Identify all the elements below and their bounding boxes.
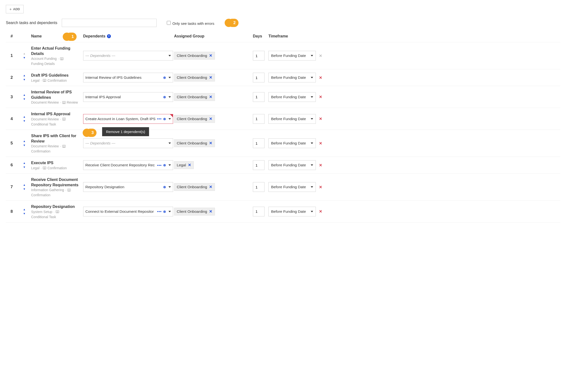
- days-input[interactable]: [253, 51, 264, 61]
- days-input[interactable]: [253, 114, 264, 124]
- clear-dependents-icon[interactable]: ⊗: [163, 76, 166, 80]
- row-number: 5: [6, 141, 17, 146]
- move-up-icon[interactable]: ▲: [23, 140, 26, 142]
- timeframe-select[interactable]: Before Funding Date: [268, 207, 316, 216]
- delete-row-icon[interactable]: ✕: [317, 54, 324, 58]
- delete-row-icon[interactable]: ✕: [317, 185, 324, 189]
- timeframe-value: Before Funding Date: [271, 185, 306, 189]
- dependents-select[interactable]: Internal Review of IPS Guidelines⊗: [83, 73, 173, 83]
- delete-row-icon[interactable]: ✕: [317, 116, 324, 121]
- dependents-select[interactable]: Repository Designation⊗: [83, 182, 173, 192]
- move-up-icon[interactable]: ▲: [23, 162, 26, 164]
- move-down-icon[interactable]: ▼: [23, 212, 26, 215]
- dependents-select[interactable]: Create Account in Loan System, Draft IPS…: [83, 114, 173, 124]
- timeframe-select[interactable]: Before Funding Date: [268, 138, 316, 148]
- delete-row-icon[interactable]: ✕: [317, 141, 324, 146]
- delete-row-icon[interactable]: ✕: [317, 209, 324, 214]
- dependents-select[interactable]: --- Dependents ---: [83, 51, 173, 61]
- remove-group-icon[interactable]: ✕: [209, 54, 212, 58]
- delete-row-icon[interactable]: ✕: [317, 75, 324, 80]
- timeframe-select[interactable]: Before Funding Date: [268, 114, 316, 124]
- dependents-select[interactable]: --- Dependents ---: [83, 138, 173, 148]
- remove-group-icon[interactable]: ✕: [209, 117, 212, 121]
- chevron-down-icon: [311, 164, 313, 166]
- delete-row-icon[interactable]: ✕: [317, 95, 324, 99]
- days-input[interactable]: [253, 182, 264, 192]
- clear-dependents-icon[interactable]: ⊗: [163, 163, 166, 167]
- move-down-icon[interactable]: ▼: [23, 166, 26, 168]
- col-num: #: [6, 34, 17, 39]
- chevron-down-icon: [311, 186, 313, 188]
- chevron-down-icon: [311, 142, 313, 144]
- help-icon[interactable]: ?: [107, 34, 111, 38]
- move-up-icon[interactable]: ▲: [23, 208, 26, 211]
- remove-group-icon[interactable]: ✕: [209, 95, 212, 99]
- dependents-select[interactable]: Receive Client Document Repository Rec••…: [83, 160, 173, 170]
- timeframe-value: Before Funding Date: [271, 75, 306, 80]
- clear-dependents-icon[interactable]: ⊗: [163, 185, 166, 189]
- move-down-icon[interactable]: ▼: [23, 144, 26, 147]
- task-title: Execute IPS: [31, 160, 82, 166]
- assigned-group-tag[interactable]: Client Onboarding✕: [174, 93, 215, 101]
- row-number: 7: [6, 184, 17, 189]
- timeframe-select[interactable]: Before Funding Date: [268, 182, 316, 192]
- days-input[interactable]: [253, 160, 264, 170]
- assigned-group-label: Client Onboarding: [177, 117, 207, 121]
- move-down-icon[interactable]: ▼: [23, 120, 26, 122]
- assigned-group-tag[interactable]: Client Onboarding✕: [174, 208, 215, 215]
- move-down-icon[interactable]: ▼: [23, 98, 26, 100]
- row-number: 3: [6, 95, 17, 99]
- move-up-icon[interactable]: ▲: [23, 115, 26, 118]
- clear-dependents-icon[interactable]: ⊗: [163, 210, 166, 213]
- errors-only-filter[interactable]: Only see tasks with errors 2: [166, 20, 214, 26]
- delete-row-icon[interactable]: ✕: [317, 163, 324, 168]
- clear-dependents-icon[interactable]: ⊗: [163, 95, 166, 99]
- task-title: Repository Designation: [31, 204, 82, 209]
- task-name-cell: Internal IPS ApprovalDocument Review·Con…: [31, 111, 82, 126]
- assigned-group-tag[interactable]: Client Onboarding✕: [174, 139, 215, 147]
- timeframe-select[interactable]: Before Funding Date: [268, 73, 316, 83]
- task-meta: Document Review·Conditional Task: [31, 117, 82, 126]
- dependents-select[interactable]: Internal IPS Approval⊗: [83, 92, 173, 102]
- task-title: Enter Actual Funding Details: [31, 46, 82, 56]
- timeframe-select[interactable]: Before Funding Date: [268, 92, 316, 102]
- remove-group-icon[interactable]: ✕: [209, 75, 212, 80]
- move-up-icon[interactable]: ▲: [23, 184, 26, 186]
- task-meta: Legal·Confirmation: [31, 166, 82, 170]
- search-input[interactable]: [62, 19, 157, 27]
- move-up-icon[interactable]: ▲: [23, 74, 26, 77]
- clear-dependents-icon[interactable]: ⊗: [163, 117, 166, 121]
- timeframe-select[interactable]: Before Funding Date: [268, 51, 316, 61]
- errors-only-checkbox[interactable]: [167, 21, 171, 25]
- chevron-down-icon: [168, 118, 171, 120]
- row-number: 4: [6, 116, 17, 121]
- col-dependents: Dependents: [83, 34, 106, 38]
- assigned-group-tag[interactable]: Client Onboarding✕: [174, 52, 215, 60]
- remove-group-icon[interactable]: ✕: [209, 185, 212, 189]
- assigned-group-tag[interactable]: Client Onboarding✕: [174, 74, 215, 82]
- days-input[interactable]: [253, 73, 264, 83]
- move-down-icon[interactable]: ▼: [23, 188, 26, 190]
- dependents-select[interactable]: Connect to External Document Repositor••…: [83, 207, 173, 216]
- assigned-group-tag[interactable]: Legal✕: [174, 161, 194, 169]
- plus-icon: +: [10, 7, 12, 11]
- task-row: 1▲▼Enter Actual Funding DetailsAccount F…: [6, 42, 560, 69]
- ellipsis-icon: •••: [157, 163, 162, 167]
- remove-group-icon[interactable]: ✕: [209, 209, 212, 214]
- move-up-icon[interactable]: ▲: [23, 52, 26, 55]
- assigned-group-tag[interactable]: Client Onboarding✕: [174, 115, 215, 123]
- timeframe-select[interactable]: Before Funding Date: [268, 160, 316, 170]
- move-down-icon[interactable]: ▼: [23, 78, 26, 81]
- remove-group-icon[interactable]: ✕: [209, 141, 212, 145]
- task-meta: Document Review·Confirmation: [31, 144, 82, 153]
- assigned-group-tag[interactable]: Client Onboarding✕: [174, 183, 215, 191]
- list-icon: [67, 189, 71, 191]
- days-input[interactable]: [253, 138, 264, 148]
- add-button[interactable]: + ADD: [6, 5, 24, 13]
- move-down-icon[interactable]: ▼: [23, 56, 26, 59]
- days-input[interactable]: [253, 92, 264, 102]
- remove-group-icon[interactable]: ✕: [188, 163, 191, 167]
- days-input[interactable]: [253, 207, 264, 216]
- move-up-icon[interactable]: ▲: [23, 94, 26, 96]
- chevron-down-icon: [311, 96, 313, 98]
